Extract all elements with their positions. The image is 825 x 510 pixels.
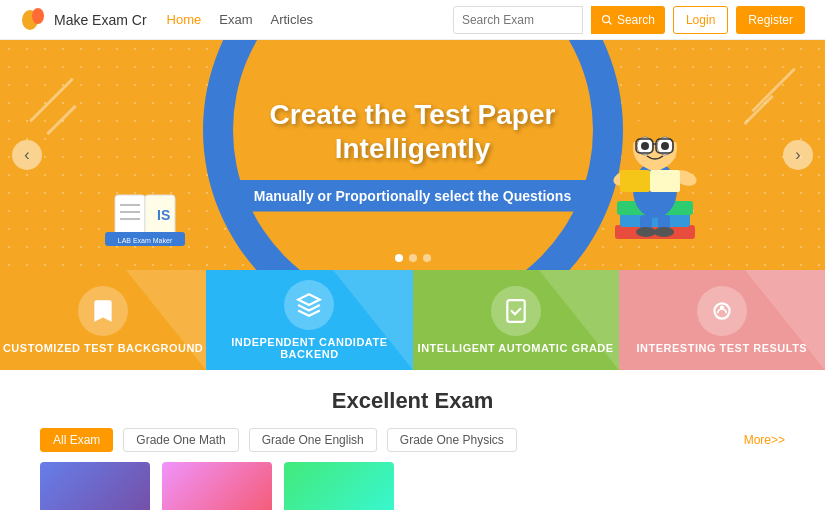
exam-thumbnails [40, 462, 785, 510]
exam-thumb-2[interactable] [162, 462, 272, 510]
hero-subtitle: Manually or Proportionally select the Qu… [224, 180, 601, 212]
hero-text-block: Create the Test Paper Intelligently Manu… [224, 98, 601, 211]
hero-title: Create the Test Paper Intelligently [270, 98, 556, 165]
file-check-icon [503, 298, 529, 324]
logo-icon [20, 6, 48, 34]
svg-point-2 [602, 15, 609, 22]
nav-links: Home Exam Articles [167, 12, 314, 27]
svg-rect-38 [507, 300, 524, 322]
brain-icon [709, 298, 735, 324]
search-button[interactable]: Search [591, 6, 665, 34]
excellent-title: Excellent Exam [40, 388, 785, 414]
svg-point-31 [661, 142, 669, 150]
excellent-section: Excellent Exam All Exam Grade One Math G… [0, 370, 825, 510]
exam-thumb-1[interactable] [40, 462, 150, 510]
svg-point-37 [654, 227, 674, 237]
navbar: Make Exam Cr Home Exam Articles Search L… [0, 0, 825, 40]
hero-next-button[interactable]: › [783, 140, 813, 170]
feature-label-4: Interesting Test Results [637, 342, 808, 354]
hero-dots [395, 254, 431, 262]
svg-rect-33 [650, 170, 680, 192]
hero-prev-button[interactable]: ‹ [12, 140, 42, 170]
svg-point-1 [32, 8, 44, 24]
exam-thumb-3[interactable] [284, 462, 394, 510]
filter-grade-math[interactable]: Grade One Math [123, 428, 238, 452]
feature-icon-1 [78, 286, 128, 336]
hero-dot-3[interactable] [423, 254, 431, 262]
feature-icon-3 [491, 286, 541, 336]
hero-banner: IS LAB Exam Maker [0, 40, 825, 270]
bookmark-icon [90, 298, 116, 324]
nav-articles[interactable]: Articles [271, 12, 314, 27]
exam-filter: All Exam Grade One Math Grade One Englis… [40, 428, 785, 452]
login-button[interactable]: Login [673, 6, 728, 34]
svg-point-36 [636, 227, 656, 237]
register-button[interactable]: Register [736, 6, 805, 34]
logo-text: Make Exam Cr [54, 12, 147, 28]
svg-line-12 [152, 185, 156, 192]
feature-label-3: Intelligent Automatic Grade [418, 342, 614, 354]
feature-label-1: Customized Test Background [3, 342, 203, 354]
feature-label-2: Independent Candidate Backend [206, 336, 412, 360]
feature-card-3[interactable]: Intelligent Automatic Grade [413, 270, 619, 370]
hero-character [595, 70, 715, 270]
nav-home[interactable]: Home [167, 12, 202, 27]
filter-grade-english[interactable]: Grade One English [249, 428, 377, 452]
feature-card-4[interactable]: Interesting Test Results [619, 270, 825, 370]
nav-right: Search Login Register [453, 6, 805, 34]
svg-point-30 [641, 142, 649, 150]
svg-line-3 [608, 21, 611, 24]
more-link[interactable]: More>> [744, 433, 785, 447]
feature-card-1[interactable]: Customized Test Background [0, 270, 206, 370]
search-input[interactable] [453, 6, 583, 34]
feature-icon-2 [284, 280, 334, 330]
hero-dot-2[interactable] [409, 254, 417, 262]
filter-grade-physics[interactable]: Grade One Physics [387, 428, 517, 452]
svg-text:LAB Exam Maker: LAB Exam Maker [118, 237, 173, 244]
svg-rect-32 [620, 170, 650, 192]
feature-cards: Customized Test Background Independent C… [0, 270, 825, 370]
feature-icon-4 [697, 286, 747, 336]
cube-icon [296, 292, 322, 318]
filter-all[interactable]: All Exam [40, 428, 113, 452]
svg-line-11 [134, 185, 138, 192]
svg-rect-4 [115, 195, 145, 235]
nav-exam[interactable]: Exam [219, 12, 252, 27]
hero-mascot: IS LAB Exam Maker [100, 170, 190, 250]
svg-text:IS: IS [157, 207, 170, 223]
feature-card-2[interactable]: Independent Candidate Backend [206, 270, 412, 370]
logo-area: Make Exam Cr [20, 6, 147, 34]
search-icon [601, 14, 613, 26]
hero-dot-1[interactable] [395, 254, 403, 262]
